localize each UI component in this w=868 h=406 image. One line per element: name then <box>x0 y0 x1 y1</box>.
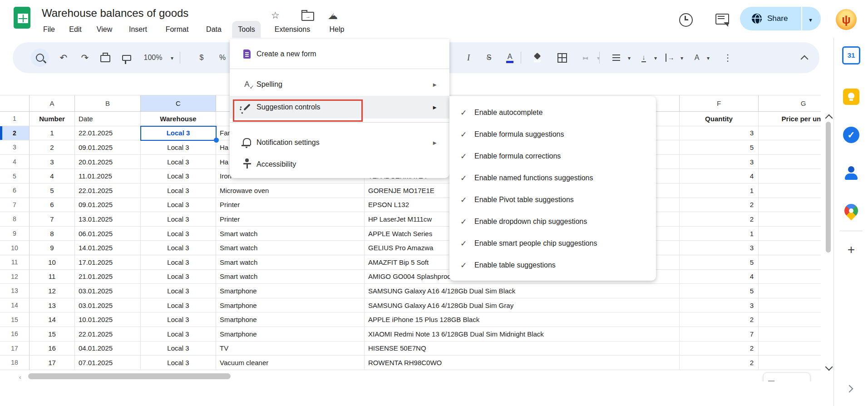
cell-F11[interactable]: 5 <box>680 255 759 270</box>
cell-G7[interactable] <box>759 198 821 213</box>
cell-A5[interactable]: 4 <box>30 169 75 183</box>
cell-G3[interactable] <box>759 140 821 155</box>
cell-F15[interactable]: 2 <box>680 312 759 327</box>
cell-G10[interactable] <box>759 241 821 255</box>
cell-A18[interactable]: 17 <box>30 356 75 370</box>
menu-item-notification-settings[interactable]: Notification settings► <box>230 131 449 154</box>
cell-G14[interactable] <box>759 298 821 313</box>
submenu-item-enable-dropdown-chip-suggestions[interactable]: ✓Enable dropdown chip suggestions <box>449 211 656 233</box>
row-header-15[interactable]: 15 <box>0 312 30 327</box>
submenu-item-enable-pivot-table-suggestions[interactable]: ✓Enable Pivot table suggestions <box>449 189 656 211</box>
version-history-icon[interactable] <box>679 13 693 27</box>
cell-F18[interactable]: 2 <box>680 356 759 370</box>
row-header-6[interactable]: 6 <box>0 183 30 198</box>
strikethrough-icon[interactable]: S <box>481 42 497 73</box>
cell-C18[interactable]: Local 3 <box>141 356 216 370</box>
cell-B9[interactable]: 06.01.2025 <box>75 227 141 241</box>
text-rotate-icon[interactable]: A <box>690 42 704 73</box>
vertical-scrollbar[interactable] <box>825 112 832 370</box>
cell-C15[interactable]: Local 3 <box>141 312 216 327</box>
menu-insert[interactable]: Insert <box>123 21 153 38</box>
cell-A15[interactable]: 14 <box>30 312 75 327</box>
row-header-12[interactable]: 12 <box>0 270 30 284</box>
comments-icon[interactable] <box>715 14 729 25</box>
row-header-7[interactable]: 7 <box>0 198 30 213</box>
cell-D15[interactable]: Smartphone <box>216 312 365 327</box>
cell-G12[interactable] <box>759 270 821 284</box>
add-addon-icon[interactable]: + <box>848 243 855 257</box>
cell-F9[interactable]: 1 <box>680 227 759 241</box>
row-header-18[interactable]: 18 <box>0 356 30 370</box>
cell-E17[interactable]: HISENSE 50E7NQ <box>365 342 680 356</box>
horizontal-scrollbar-thumb[interactable] <box>28 373 231 379</box>
cell-D13[interactable]: Smartphone <box>216 284 365 298</box>
cell-C6[interactable]: Local 3 <box>141 183 216 198</box>
keep-icon[interactable] <box>843 89 859 105</box>
horizontal-align-dropdown-icon[interactable] <box>626 42 633 73</box>
menu-data[interactable]: Data <box>200 21 227 38</box>
cell-B4[interactable]: 20.01.2025 <box>75 155 141 169</box>
row-header-13[interactable]: 13 <box>0 284 30 298</box>
cell-A7[interactable]: 6 <box>30 198 75 213</box>
cell-A1[interactable]: Number <box>30 112 75 126</box>
row-header-8[interactable]: 8 <box>0 212 30 227</box>
vertical-scrollbar-thumb[interactable] <box>826 122 831 253</box>
cell-G4[interactable] <box>759 155 821 169</box>
menu-help[interactable]: Help <box>324 21 350 38</box>
row-header-4[interactable]: 4 <box>0 155 30 169</box>
cell-F7[interactable]: 2 <box>680 198 759 213</box>
search-icon[interactable] <box>31 49 49 67</box>
cell-B5[interactable]: 11.01.2025 <box>75 169 141 183</box>
column-header-B[interactable]: B <box>75 95 141 112</box>
cell-G15[interactable] <box>759 312 821 327</box>
cell-D9[interactable]: Smart watch <box>216 227 365 241</box>
row-header-9[interactable]: 9 <box>0 227 30 241</box>
cell-B1[interactable]: Date <box>75 112 141 126</box>
text-wrap-icon[interactable] <box>662 42 678 73</box>
merge-dropdown-icon[interactable] <box>595 42 602 73</box>
tasks-icon[interactable]: ✓ <box>843 127 859 143</box>
submenu-item-enable-formula-suggestions[interactable]: ✓Enable formula suggestions <box>449 124 656 145</box>
cell-G13[interactable] <box>759 284 821 298</box>
cell-F13[interactable]: 5 <box>680 284 759 298</box>
text-rotate-dropdown-icon[interactable] <box>705 42 712 73</box>
cell-A11[interactable]: 10 <box>30 255 75 270</box>
horizontal-scrollbar[interactable]: ‹ <box>18 373 821 380</box>
cell-F10[interactable]: 3 <box>680 241 759 255</box>
select-all-corner[interactable] <box>0 95 30 112</box>
column-header-G[interactable]: G <box>759 95 821 112</box>
cell-C5[interactable]: Local 3 <box>141 169 216 183</box>
cell-E15[interactable]: APPLE iPhone 15 Plus 128GB Black <box>365 312 680 327</box>
row-header-5[interactable]: 5 <box>0 169 30 183</box>
collapse-panel-icon[interactable] <box>846 385 853 393</box>
cell-D10[interactable]: Smart watch <box>216 241 365 255</box>
menu-item-create-a-new-form[interactable]: Create a new form <box>230 43 449 65</box>
cell-G8[interactable] <box>759 212 821 227</box>
row-header-14[interactable]: 14 <box>0 298 30 313</box>
cell-E13[interactable]: SAMSUNG Galaxy A16 4/128Gb Dual Sim Blac… <box>365 284 680 298</box>
cell-D14[interactable]: Smartphone <box>216 298 365 313</box>
cell-G17[interactable] <box>759 342 821 356</box>
cell-D18[interactable]: Vacuum cleaner <box>216 356 365 370</box>
cell-F1[interactable]: Quantity <box>680 112 759 126</box>
cell-B15[interactable]: 10.01.2025 <box>75 312 141 327</box>
submenu-item-enable-autocomplete[interactable]: ✓Enable autocomplete <box>449 102 656 124</box>
menu-item-accessibility[interactable]: Accessibility <box>230 153 449 176</box>
cell-A17[interactable]: 16 <box>30 342 75 356</box>
menu-format[interactable]: Format <box>160 21 195 38</box>
fill-color-icon[interactable] <box>528 42 546 73</box>
submenu-item-enable-smart-people-chip-suggestions[interactable]: ✓Enable smart people chip suggestions <box>449 233 656 254</box>
menu-item-spelling[interactable]: ASpelling► <box>230 73 449 96</box>
scroll-up-icon[interactable] <box>825 114 833 122</box>
account-avatar[interactable]: ψ <box>836 9 857 30</box>
cell-G16[interactable] <box>759 327 821 342</box>
cell-A10[interactable]: 9 <box>30 241 75 255</box>
cell-C3[interactable]: Local 3 <box>141 140 216 155</box>
cell-C7[interactable]: Local 3 <box>141 198 216 213</box>
row-header-2[interactable]: 2 <box>0 126 30 141</box>
cell-E14[interactable]: SAMSUNG Galaxy A16 4/128Gb Dual Sim Gray <box>365 298 680 313</box>
cell-A13[interactable]: 12 <box>30 284 75 298</box>
cell-C4[interactable]: Local 3 <box>141 155 216 169</box>
currency-icon[interactable]: $ <box>193 42 210 73</box>
share-button[interactable]: Share ▼ <box>740 7 821 30</box>
